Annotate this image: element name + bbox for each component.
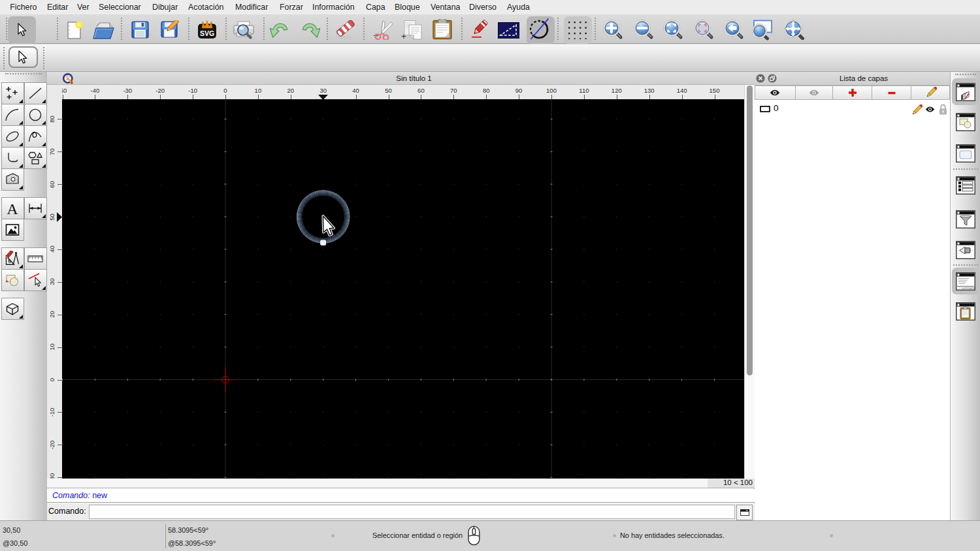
svg-text:+: + [401, 31, 406, 40]
svg-text:SVG: SVG [200, 29, 214, 37]
svg-text:> command: > command [959, 287, 975, 290]
svg-text:A: A [7, 200, 18, 216]
